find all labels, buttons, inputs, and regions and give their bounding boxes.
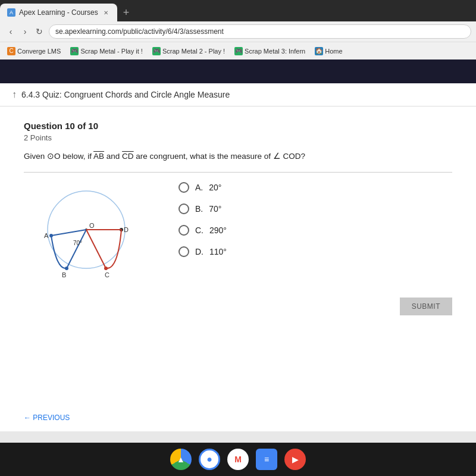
quiz-main: Question 10 of 10 2 Points Given ⊙O belo… [0,107,476,404]
answer-letter-a: A. [195,183,203,192]
answer-letter-d: D. [195,247,203,256]
drive-symbol: ▲ [177,455,185,464]
home-icon: 🏠 [315,47,323,55]
question-text: Given ⊙O below, if AB and CD are congrue… [24,151,452,162]
bookmark-scrap1-label: Scrap Metal - Play it ! [80,48,143,55]
quiz-header: ↑ 6.4.3 Quiz: Congruent Chords and Circl… [0,83,476,107]
svg-text:C: C [105,271,109,278]
svg-text:70°: 70° [73,240,82,246]
svg-text:A: A [44,232,49,239]
gmail-symbol: M [234,455,242,464]
answer-area: A. 20° B. 70° C. 290° D. 110° [178,182,452,268]
answer-value-d: 110° [209,247,227,256]
diagram-area: O A D B C [24,182,155,292]
bookmark-converge-label: Converge LMS [17,48,61,55]
bookmark-converge[interactable]: C Converge LMS [5,46,63,57]
svg-line-12 [67,230,86,268]
active-tab[interactable]: A Apex Learning - Courses ✕ [0,4,117,21]
prev-area: ← PREVIOUS [0,404,476,431]
answer-option-a[interactable]: A. 20° [178,182,452,193]
browser-chrome: A Apex Learning - Courses ✕ + ‹ › ↻ se.a… [0,0,476,60]
taskbar: ▲ ● M ≡ ▶ [0,443,476,476]
address-input[interactable]: se.apexlearning.com/public/activity/6/4/… [49,24,471,39]
answer-letter-b: B. [195,204,203,214]
answer-letter-c: C. [195,226,203,235]
svg-line-14 [86,230,106,268]
answer-option-b[interactable]: B. 70° [178,203,452,214]
question-body: O A D B C [24,182,452,292]
converge-icon: C [7,47,15,55]
tab-title: Apex Learning - Courses [19,8,98,17]
answer-value-b: 70° [209,204,221,214]
tab-close-button[interactable]: ✕ [102,8,110,17]
divider [24,172,452,173]
nav-buttons: ‹ › ↻ [5,26,45,37]
youtube-icon[interactable]: ▶ [284,449,306,470]
game3-icon: 🎮 [234,47,243,55]
svg-text:B: B [62,271,66,278]
bookmarks-bar: C Converge LMS 🎮 Scrap Metal - Play it !… [0,42,476,60]
arc-ab: AB [93,152,104,161]
submit-area: SUBMIT [24,292,452,321]
answer-value-c: 290° [209,226,227,235]
answer-value-a: 20° [209,183,221,192]
address-bar-row: ‹ › ↻ se.apexlearning.com/public/activit… [0,21,476,42]
svg-text:D: D [124,226,129,233]
refresh-button[interactable]: ↻ [33,26,45,37]
new-tab-button[interactable]: + [117,7,136,19]
google-docs-icon[interactable]: ≡ [256,449,277,470]
chrome-symbol: ● [206,454,212,465]
arc-cd: CD [122,152,134,161]
bookmark-home-label: Home [325,48,342,55]
page-header-bar [0,60,476,83]
docs-symbol: ≡ [264,455,269,464]
back-button[interactable]: ‹ [5,26,17,37]
forward-button[interactable]: › [19,26,31,37]
tab-favicon: A [7,8,15,17]
tab-bar: A Apex Learning - Courses ✕ + [0,0,476,21]
answer-option-c[interactable]: C. 290° [178,225,452,236]
svg-text:O: O [89,222,95,229]
page-content: ↑ 6.4.3 Quiz: Congruent Chords and Circl… [0,60,476,476]
game1-icon: 🎮 [70,47,79,55]
game2-icon: 🎮 [152,47,161,55]
bookmark-scrap1[interactable]: 🎮 Scrap Metal - Play it ! [68,46,145,57]
answer-option-d[interactable]: D. 110° [178,246,452,257]
quiz-header-icon: ↑ [12,89,17,100]
bookmark-scrap2-label: Scrap Metal 2 - Play ! [162,48,225,55]
question-label: Question 10 of 10 [24,121,452,131]
chrome-icon[interactable]: ● [199,449,220,470]
youtube-symbol: ▶ [292,455,299,464]
radio-d[interactable] [178,246,189,257]
radio-b[interactable] [178,203,189,214]
bookmark-scrap3[interactable]: 🎮 Scrap Metal 3: Infern [232,46,308,57]
radio-a[interactable] [178,182,189,193]
gmail-icon[interactable]: M [227,449,249,470]
circle-diagram: O A D B C [24,182,143,289]
submit-button[interactable]: SUBMIT [400,298,452,315]
bookmark-scrap3-label: Scrap Metal 3: Infern [245,48,305,55]
address-text: se.apexlearning.com/public/activity/6/4/… [55,27,224,36]
google-drive-icon[interactable]: ▲ [170,449,192,470]
bookmark-home[interactable]: 🏠 Home [312,46,345,57]
points-label: 2 Points [24,133,452,142]
radio-c[interactable] [178,225,189,236]
quiz-title: 6.4.3 Quiz: Congruent Chords and Circle … [21,90,230,99]
previous-link[interactable]: ← PREVIOUS [24,414,452,422]
bookmark-scrap2[interactable]: 🎮 Scrap Metal 2 - Play ! [150,46,227,57]
svg-line-11 [51,230,86,236]
